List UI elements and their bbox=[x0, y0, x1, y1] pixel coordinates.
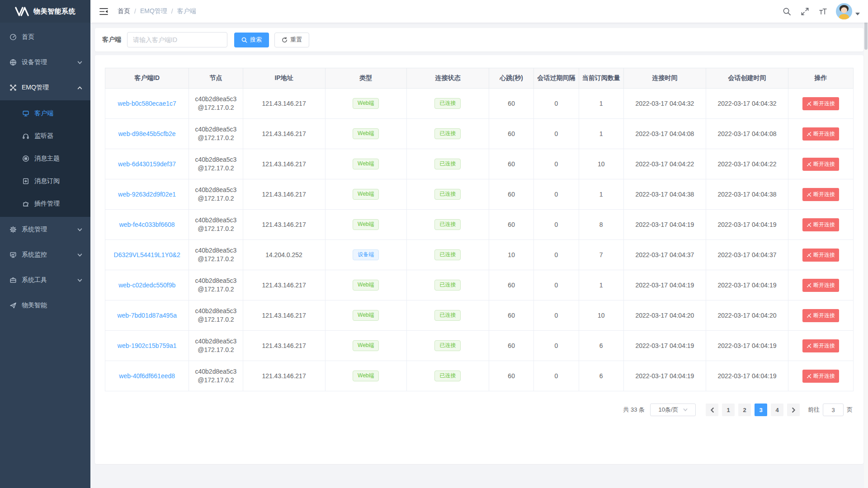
collapse-sidebar-button[interactable] bbox=[98, 6, 110, 17]
heartbeat-value: 60 bbox=[508, 282, 515, 289]
chevron-down-icon bbox=[77, 60, 82, 65]
expiry-value: 0 bbox=[555, 251, 558, 258]
column-header: 会话过期间隔 bbox=[534, 68, 579, 89]
prev-page-button[interactable] bbox=[706, 404, 718, 416]
reset-button[interactable]: 重置 bbox=[274, 33, 309, 47]
sidebar-item-listener[interactable]: 监听器 bbox=[0, 125, 90, 147]
client-id-link[interactable]: web-d98e45b5cfb2e bbox=[118, 130, 176, 137]
client-id-link[interactable]: web-40f6df661eed8 bbox=[119, 372, 175, 380]
page-button-1[interactable]: 1 bbox=[722, 404, 735, 416]
type-badge: Web端 bbox=[353, 189, 379, 200]
expiry-value: 0 bbox=[555, 282, 558, 289]
client-id-link[interactable]: web-6d430159def37 bbox=[118, 160, 176, 168]
sidebar-item-wumei[interactable]: 物美智能 bbox=[0, 293, 90, 318]
heartbeat-cell: 10 bbox=[489, 240, 534, 270]
subscriptions-value: 7 bbox=[599, 251, 603, 258]
node-address: @172.17.0.2 bbox=[192, 164, 240, 173]
logo: 物美智能系统 bbox=[0, 0, 90, 23]
status-cell: 已连接 bbox=[406, 179, 489, 210]
disconnect-label: 断开连接 bbox=[813, 100, 835, 108]
scrollbar[interactable] bbox=[864, 0, 868, 488]
expiry-cell: 0 bbox=[534, 149, 579, 179]
fullscreen-icon[interactable] bbox=[800, 6, 810, 17]
refresh-icon bbox=[282, 37, 288, 43]
disconnect-icon bbox=[807, 162, 811, 167]
sidebar-item-system[interactable]: 系统管理 bbox=[0, 217, 90, 242]
disconnect-button[interactable]: 断开连接 bbox=[802, 218, 839, 231]
page-button-2[interactable]: 2 bbox=[738, 404, 751, 416]
heartbeat-value: 60 bbox=[508, 372, 515, 380]
ip-cell: 121.43.146.217 bbox=[243, 331, 325, 361]
sidebar-item-label: 系统工具 bbox=[22, 276, 47, 284]
status-cell: 已连接 bbox=[406, 119, 489, 149]
client-id-link[interactable]: D6329VL54419L1Y0&2 bbox=[114, 251, 180, 258]
page-button-4[interactable]: 4 bbox=[771, 404, 783, 416]
disconnect-button[interactable]: 断开连接 bbox=[802, 188, 839, 201]
disconnect-button[interactable]: 断开连接 bbox=[802, 249, 839, 262]
subscriptions-cell: 8 bbox=[579, 210, 623, 240]
ip-cell: 121.43.146.217 bbox=[243, 149, 325, 179]
status-cell: 已连接 bbox=[406, 149, 489, 179]
disconnect-button[interactable]: 断开连接 bbox=[802, 309, 839, 322]
sidebar-item-label: 系统管理 bbox=[22, 225, 47, 234]
sidebar-item-tools[interactable]: 系统工具 bbox=[0, 267, 90, 293]
disconnect-button[interactable]: 断开连接 bbox=[802, 279, 839, 292]
sidebar-item-topic[interactable]: 消息主题 bbox=[0, 147, 90, 170]
subscriptions-value: 10 bbox=[598, 312, 605, 319]
goto-page-input[interactable] bbox=[823, 404, 844, 416]
client-id-link[interactable]: web-7bd01d87a495a bbox=[117, 312, 177, 319]
sidebar-item-home[interactable]: 首页 bbox=[0, 24, 90, 50]
table-row: web-c02dedc550f9bc40b2d8ea5c3@172.17.0.2… bbox=[105, 270, 854, 300]
node-name: c40b2d8ea5c3 bbox=[192, 337, 240, 346]
sidebar-item-subscribe[interactable]: 消息订阅 bbox=[0, 170, 90, 192]
heartbeat-value: 60 bbox=[508, 191, 515, 198]
column-header: IP地址 bbox=[243, 68, 325, 89]
disconnect-button[interactable]: 断开连接 bbox=[802, 127, 839, 141]
client-id-link[interactable]: web-c02dedc550f9b bbox=[118, 282, 175, 289]
client-id-link[interactable]: web-fe4c033bf6608 bbox=[119, 221, 175, 228]
client-id-link[interactable]: web-1902c15b759a1 bbox=[118, 342, 177, 349]
status-badge: 已连接 bbox=[434, 128, 461, 139]
breadcrumb-item[interactable]: EMQ管理 bbox=[140, 7, 167, 15]
search-button[interactable]: 搜索 bbox=[234, 33, 269, 47]
expiry-value: 0 bbox=[555, 342, 558, 349]
client-id-input[interactable] bbox=[127, 32, 227, 47]
client-id-link[interactable]: web-b0c580ecae1c7 bbox=[118, 100, 176, 107]
breadcrumb-item[interactable]: 首页 bbox=[118, 7, 130, 15]
sidebar-item-device[interactable]: 设备管理 bbox=[0, 50, 90, 75]
puzzle-icon bbox=[22, 200, 29, 208]
status-badge: 已连接 bbox=[434, 340, 461, 351]
disconnect-icon bbox=[807, 101, 811, 106]
disconnect-button[interactable]: 断开连接 bbox=[802, 339, 839, 352]
action-cell: 断开连接 bbox=[788, 361, 853, 391]
page-button-3[interactable]: 3 bbox=[755, 404, 767, 416]
type-badge: Web端 bbox=[353, 98, 379, 109]
type-badge: Web端 bbox=[353, 310, 379, 321]
sidebar: 物美智能系统 首页设备管理EMQ管理客户端监听器消息主题消息订阅插件管理系统管理… bbox=[0, 0, 90, 488]
node-address: @172.17.0.2 bbox=[192, 134, 240, 142]
disconnect-button[interactable]: 断开连接 bbox=[802, 158, 839, 171]
sidebar-item-client[interactable]: 客户端 bbox=[0, 102, 90, 125]
font-size-icon[interactable] bbox=[818, 6, 828, 17]
ip-address: 14.204.0.252 bbox=[265, 251, 302, 258]
sidebar-item-plugin[interactable]: 插件管理 bbox=[0, 192, 90, 215]
node-address: @172.17.0.2 bbox=[192, 346, 240, 354]
expiry-cell: 0 bbox=[534, 210, 579, 240]
breadcrumb-separator: / bbox=[171, 8, 173, 15]
page-size-select[interactable]: 10条/页 bbox=[650, 404, 696, 416]
hash-circle-icon bbox=[22, 155, 29, 163]
caret-down-icon[interactable] bbox=[855, 13, 860, 15]
expiry-value: 0 bbox=[555, 160, 558, 168]
sidebar-item-emq[interactable]: EMQ管理 bbox=[0, 75, 90, 100]
client-id-link[interactable]: web-9263d2d9f02e1 bbox=[118, 191, 176, 198]
table-row: web-7bd01d87a495ac40b2d8ea5c3@172.17.0.2… bbox=[105, 300, 854, 331]
disconnect-button[interactable]: 断开连接 bbox=[802, 97, 839, 110]
avatar[interactable] bbox=[836, 3, 852, 19]
avatar-body bbox=[839, 14, 849, 19]
node-address: @172.17.0.2 bbox=[192, 255, 240, 263]
next-page-button[interactable] bbox=[787, 404, 800, 416]
sidebar-item-monitoring[interactable]: 系统监控 bbox=[0, 242, 90, 267]
expiry-value: 0 bbox=[555, 221, 558, 228]
search-icon[interactable] bbox=[782, 6, 792, 17]
disconnect-button[interactable]: 断开连接 bbox=[802, 370, 839, 383]
